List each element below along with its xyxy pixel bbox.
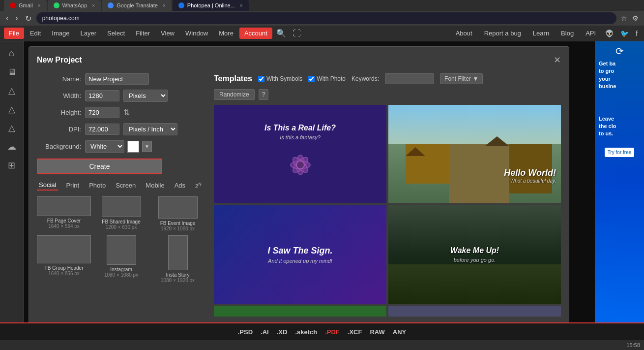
tab-screen[interactable]: Screen — [114, 181, 138, 190]
tab-gtranslate[interactable]: Google Translate × — [102, 0, 172, 11]
menu-file[interactable]: File — [4, 28, 24, 39]
template-card-saw-sign[interactable]: I Saw The Sign. And it opened up my mind… — [214, 205, 386, 304]
tab-print[interactable]: Print — [64, 181, 81, 190]
format-ai[interactable]: .AI — [261, 328, 269, 336]
name-label: Name: — [37, 75, 81, 83]
menu-blog[interactable]: Blog — [556, 28, 579, 39]
menu-account[interactable]: Account — [239, 28, 272, 39]
template-card-real-life[interactable]: Is This a Real Life? Is this a fantasy? — [214, 105, 386, 203]
menu-learn[interactable]: Learn — [528, 28, 554, 39]
tab-photopea-label: Photopea | Online... — [187, 2, 235, 8]
format-sketch[interactable]: .sketch — [295, 328, 317, 336]
format-any[interactable]: ANY — [393, 328, 406, 336]
menu-edit[interactable]: Edit — [25, 28, 46, 39]
sidebar-shape3-icon[interactable]: △ — [4, 120, 20, 136]
tab-gmail-close[interactable]: × — [38, 3, 41, 8]
preset-fb-shared[interactable]: FB Shared Image1200 × 630 px — [95, 196, 147, 231]
reload-button[interactable]: ↻ — [23, 12, 33, 25]
menu-about[interactable]: About — [451, 28, 477, 39]
dpi-unit-select[interactable]: Pixels / Inch Pixels / cm — [123, 123, 177, 135]
with-symbols-checkbox[interactable]: With Symbols — [258, 75, 302, 82]
background-label: Background: — [37, 143, 81, 150]
dpi-label: DPI: — [37, 126, 81, 133]
sidebar-cloud-icon[interactable]: ☁ — [4, 139, 20, 155]
tab-photopea-close[interactable]: × — [240, 3, 243, 8]
reddit-icon[interactable]: 👽 — [603, 28, 616, 39]
format-pdf[interactable]: .PDF — [325, 328, 340, 336]
tab-photopea[interactable]: Photopea | Online... × — [173, 0, 249, 11]
help-button[interactable]: ? — [259, 89, 269, 100]
status-bar: 15:58 — [0, 340, 644, 350]
dpi-input[interactable] — [85, 124, 119, 135]
font-filter-button[interactable]: Font Filter ▼ — [440, 73, 483, 84]
fullscreen-icon-btn[interactable]: ⛶ — [290, 27, 304, 40]
menu-more[interactable]: More — [214, 28, 238, 39]
menu-filter[interactable]: Filter — [131, 28, 155, 39]
menu-image[interactable]: Image — [47, 28, 74, 39]
facebook-icon[interactable]: f — [633, 28, 640, 39]
preset-instagram[interactable]: Instagram1080 × 1080 px — [95, 235, 147, 283]
preset-insta-story[interactable]: Insta Story1080 × 1920 px — [151, 235, 204, 283]
with-symbols-check[interactable] — [258, 76, 264, 82]
template-type-tabs: Social Print Photo Screen Mobile Ads 2N — [37, 180, 204, 191]
forward-button[interactable]: › — [13, 12, 20, 25]
tab-gtranslate-close[interactable]: × — [163, 3, 166, 8]
background-color-arrow[interactable]: ▼ — [142, 141, 152, 152]
template-card-5[interactable] — [214, 306, 386, 317]
swap-dimensions-button[interactable]: ⇅ — [123, 108, 130, 117]
sidebar-home-icon[interactable]: ⌂ — [4, 45, 20, 61]
template-card-wake-up[interactable]: Wake Me Up! before you go go. — [388, 205, 561, 304]
tpl-hello-world-title: Hello World! What a beautiful day. — [504, 168, 556, 184]
menu-api[interactable]: API — [581, 28, 601, 39]
width-unit-select[interactable]: Pixels Inches cm — [123, 90, 168, 102]
format-psd[interactable]: .PSD — [238, 328, 253, 336]
tab-2n[interactable]: 2N — [193, 181, 204, 190]
extensions-btn[interactable]: ⚙ — [631, 13, 640, 24]
sidebar-grid-icon[interactable]: ⊞ — [4, 158, 20, 173]
background-select[interactable]: White Black Transparent — [85, 140, 124, 153]
menu-report-bug[interactable]: Report a bug — [479, 28, 526, 39]
ad-sidebar: ⟳ Get bato groyourbusine Leavethe cloto … — [595, 41, 644, 322]
sidebar-shape2-icon[interactable]: △ — [4, 101, 20, 117]
menu-layer[interactable]: Layer — [76, 28, 102, 39]
tpl-saw-sign-title: I Saw The Sign. — [267, 246, 332, 256]
tab-social[interactable]: Social — [37, 180, 58, 191]
tab-gmail[interactable]: Gmail × — [4, 0, 47, 11]
sidebar-monitor-icon[interactable]: 🖥 — [4, 64, 20, 80]
format-xd[interactable]: .XD — [277, 328, 288, 336]
menu-view[interactable]: View — [156, 28, 179, 39]
with-photo-check[interactable] — [308, 76, 315, 82]
sidebar-shape1-icon[interactable]: △ — [4, 83, 20, 98]
tab-photo[interactable]: Photo — [87, 181, 108, 190]
height-input[interactable] — [85, 107, 119, 118]
tab-whatsapp-close[interactable]: × — [92, 3, 95, 8]
menu-select[interactable]: Select — [102, 28, 130, 39]
tab-ads[interactable]: Ads — [173, 181, 187, 190]
back-button[interactable]: ‹ — [4, 12, 10, 25]
name-input[interactable] — [85, 73, 149, 85]
modal-close-button[interactable]: ✕ — [554, 55, 561, 65]
tab-whatsapp[interactable]: WhatsApp × — [48, 0, 101, 11]
preset-fb-event[interactable]: FB Event Image1920 × 1080 px — [151, 196, 204, 231]
background-color-swatch[interactable] — [127, 141, 139, 153]
twitter-icon[interactable]: 🐦 — [618, 28, 631, 39]
with-photo-checkbox[interactable]: With Photo — [308, 75, 346, 82]
ad-cta-button[interactable]: Try for free — [605, 148, 635, 157]
create-button[interactable]: Create — [37, 159, 162, 174]
tab-mobile[interactable]: Mobile — [144, 181, 166, 190]
format-raw[interactable]: RAW — [370, 328, 384, 336]
menu-window[interactable]: Window — [180, 28, 213, 39]
status-time: 15:58 — [626, 342, 640, 348]
preset-fb-page-cover[interactable]: FB Page Cover1640 × 564 px — [37, 196, 91, 231]
search-icon-btn[interactable]: 🔍 — [273, 27, 289, 40]
bookmark-btn[interactable]: ☆ — [619, 13, 629, 24]
template-card-6[interactable] — [388, 306, 561, 317]
width-input[interactable] — [85, 90, 119, 101]
format-xcf[interactable]: .XCF — [348, 328, 362, 336]
keywords-input[interactable] — [385, 73, 434, 84]
template-card-hello-world[interactable]: Hello World! What a beautiful day. — [388, 105, 561, 203]
randomize-button[interactable]: Randomize — [214, 89, 255, 100]
browser-chrome: Gmail × WhatsApp × Google Translate × Ph… — [0, 0, 644, 26]
preset-fb-group[interactable]: FB Group Header1640 × 856 px — [37, 235, 91, 283]
address-bar[interactable] — [36, 12, 616, 24]
